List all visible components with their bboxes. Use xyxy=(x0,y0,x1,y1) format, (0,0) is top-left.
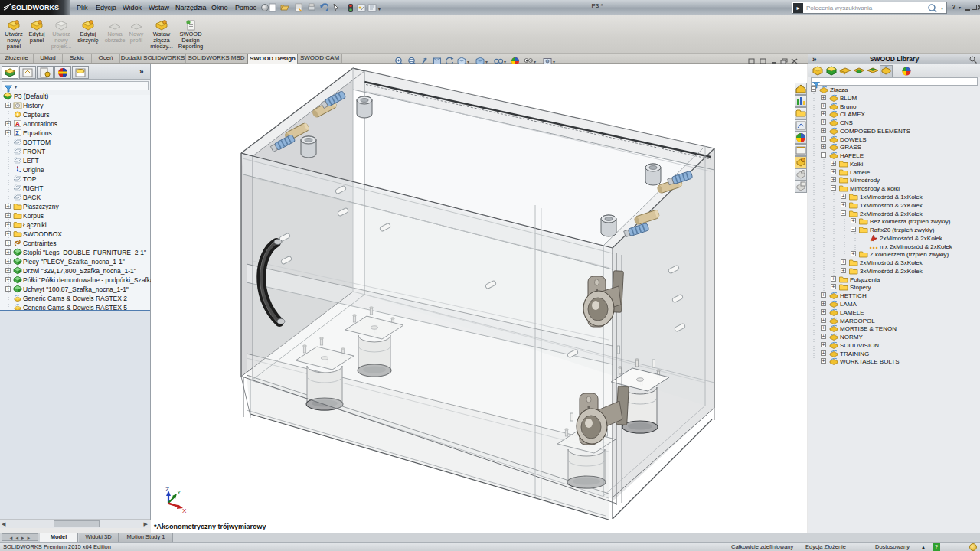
svg-text:X: X xyxy=(182,507,187,514)
svg-text:Y: Y xyxy=(177,489,181,496)
svg-text:Z: Z xyxy=(165,486,169,493)
